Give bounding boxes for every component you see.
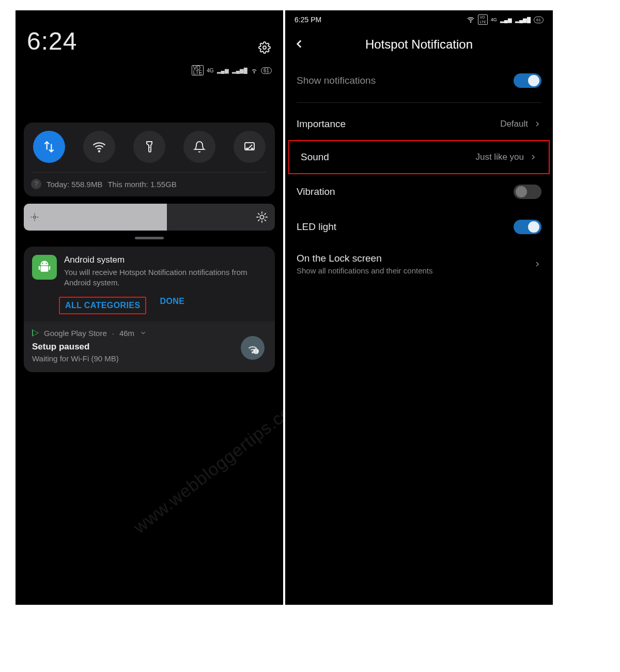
volte-badge: VOLTE — [192, 65, 204, 75]
wifi-icon — [467, 16, 475, 23]
network-4g: 4G — [491, 17, 497, 22]
svg-line-18 — [265, 220, 266, 221]
svg-point-0 — [263, 46, 266, 49]
signal-icon: ▂▄▆ — [217, 68, 229, 73]
brightness-slider[interactable] — [24, 204, 275, 231]
notification-age: 46m — [119, 329, 134, 338]
led-toggle[interactable] — [514, 220, 541, 234]
notification-card[interactable]: Android system You will receive Hotspot … — [24, 247, 275, 372]
svg-point-6 — [252, 148, 253, 150]
chevron-right-icon — [533, 260, 541, 268]
notifications-toggle[interactable] — [183, 131, 215, 163]
separator — [297, 102, 541, 103]
battery-badge: 61 — [534, 17, 544, 23]
mobile-data-toggle[interactable] — [33, 131, 65, 163]
svg-point-2 — [99, 151, 100, 152]
dot: · — [112, 329, 114, 338]
status-bar: 6:25 PM VOLTE 4G ▂▄▆ ▂▄▆█ 61 — [285, 10, 553, 25]
svg-line-17 — [258, 213, 259, 215]
svg-point-26 — [252, 352, 253, 353]
quick-settings-panel: ? Today: 558.9MB This month: 1.55GB — [24, 123, 275, 196]
sun-dim-icon — [30, 212, 39, 222]
sound-row[interactable]: Sound Just like you — [289, 141, 549, 173]
svg-point-21 — [42, 263, 43, 264]
vibration-label: Vibration — [297, 186, 335, 197]
volte-badge: VOLTE — [478, 14, 487, 25]
lock-screen-row[interactable]: On the Lock screen Show all notification… — [285, 245, 553, 283]
svg-rect-24 — [39, 266, 40, 270]
android-icon — [32, 255, 57, 280]
data-month: This month: 1.55GB — [107, 180, 176, 189]
signal-icon-2: ▂▄▆█ — [515, 17, 531, 23]
signal-icon-2: ▂▄▆█ — [232, 68, 247, 73]
svg-point-1 — [254, 72, 254, 73]
notification-title: Android system — [64, 255, 267, 265]
brightness-fill — [24, 204, 167, 231]
notification-body: You will receive Hotspot Notification no… — [64, 267, 267, 288]
data-usage-row[interactable]: ? Today: 558.9MB This month: 1.55GB — [31, 173, 268, 189]
help-icon: ? — [31, 179, 41, 189]
play-store-notification[interactable]: Google Play Store · 46m Setup paused Wai… — [24, 322, 275, 372]
watermark: www.webbloggertips.com — [130, 392, 283, 537]
chevron-right-icon — [529, 153, 537, 161]
show-notifications-row[interactable]: Show notifications — [285, 63, 553, 98]
sound-label: Sound — [301, 151, 329, 163]
wifi-pause-icon: ! — [241, 336, 265, 360]
lock-screen-label: On the Lock screen — [297, 253, 433, 264]
lock-screen-sub: Show all notifications and their content… — [297, 266, 433, 275]
battery-badge: 61 — [261, 67, 272, 74]
mini-status-bar: VOLTE 4G ▂▄▆ ▂▄▆█ 61 — [192, 65, 272, 75]
svg-point-22 — [46, 263, 48, 264]
left-phone-screenshot: 6:24 VOLTE 4G ▂▄▆ ▂▄▆█ 61 — [16, 10, 283, 605]
clock: 6:25 PM — [295, 16, 321, 24]
importance-row[interactable]: Importance Default — [285, 108, 553, 140]
sound-row-highlight: Sound Just like you — [288, 140, 550, 174]
network-4g: 4G — [207, 68, 213, 73]
sun-full-icon — [256, 211, 268, 223]
page-title: Hotspot Notification — [285, 37, 553, 52]
screenshot-toggle[interactable] — [234, 131, 266, 163]
show-notifications-toggle[interactable] — [514, 73, 541, 88]
data-today: Today: 558.9MB — [47, 180, 102, 189]
svg-point-29 — [471, 22, 471, 22]
svg-point-12 — [260, 215, 264, 219]
svg-point-5 — [246, 148, 248, 150]
svg-rect-25 — [49, 266, 51, 270]
flashlight-toggle[interactable] — [133, 131, 165, 163]
back-button[interactable] — [292, 37, 306, 51]
svg-text:!: ! — [255, 348, 257, 354]
vibration-toggle[interactable] — [514, 185, 541, 199]
play-notification-title: Setup paused — [32, 342, 267, 352]
led-label: LED light — [297, 221, 336, 233]
all-categories-button[interactable]: ALL CATEGORIES — [59, 297, 146, 314]
chevron-down-icon[interactable] — [140, 329, 147, 337]
play-store-icon — [32, 329, 39, 337]
gear-icon[interactable] — [258, 41, 271, 54]
play-notification-sub: Waiting for Wi-Fi (90 MB) — [32, 354, 267, 363]
done-button[interactable]: DONE — [160, 297, 184, 314]
led-row[interactable]: LED light — [285, 209, 553, 245]
importance-label: Importance — [297, 118, 346, 130]
wifi-toggle[interactable] — [83, 131, 115, 163]
sound-value: Just like you — [475, 152, 524, 162]
svg-point-7 — [34, 216, 36, 219]
wifi-icon — [251, 67, 258, 74]
play-store-label: Google Play Store — [44, 329, 107, 338]
signal-icon: ▂▄▆ — [500, 17, 512, 23]
importance-value: Default — [500, 119, 528, 129]
right-phone-screenshot: 6:25 PM VOLTE 4G ▂▄▆ ▂▄▆█ 61 Hotspot Not… — [285, 10, 553, 605]
svg-line-19 — [258, 220, 259, 221]
show-notifications-label: Show notifications — [297, 75, 376, 86]
svg-line-20 — [265, 213, 266, 215]
chevron-right-icon — [533, 120, 541, 128]
drag-handle[interactable] — [135, 237, 164, 239]
svg-rect-23 — [41, 266, 49, 272]
clock: 6:24 — [16, 10, 283, 55]
vibration-row[interactable]: Vibration — [285, 174, 553, 209]
page-header: Hotspot Notification — [285, 25, 553, 63]
